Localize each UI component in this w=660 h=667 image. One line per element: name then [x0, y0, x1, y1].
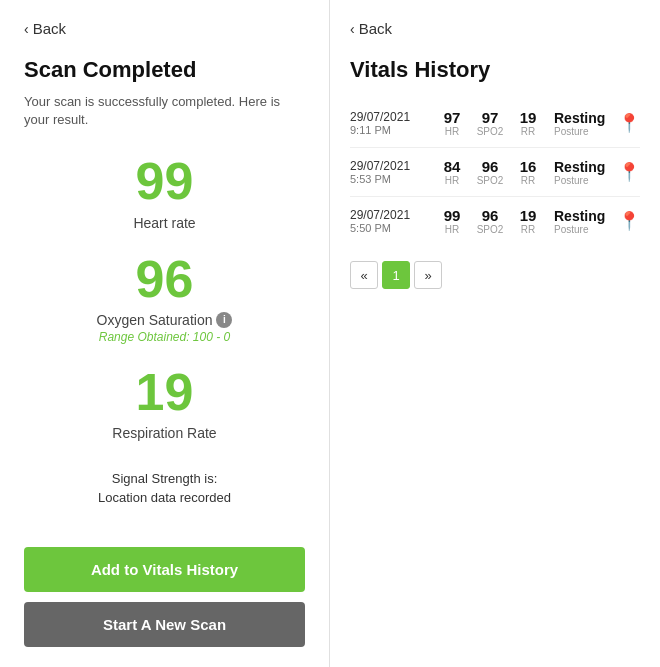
posture-col: Resting Posture [554, 159, 612, 186]
respiration-label: Respiration Rate [24, 425, 305, 441]
left-back-chevron: ‹ [24, 21, 29, 37]
spo2-col: 96 SPO2 [474, 207, 506, 235]
scan-subtitle: Your scan is successfully completed. Her… [24, 93, 305, 129]
spo2-col: 97 SPO2 [474, 109, 506, 137]
start-new-scan-button[interactable]: Start A New Scan [24, 602, 305, 647]
location-label: Location data recorded [24, 490, 305, 505]
history-row: 29/07/2021 9:11 PM 97 HR 97 SPO2 19 RR R… [350, 99, 640, 148]
posture-col: Resting Posture [554, 110, 612, 137]
rr-col: 16 RR [512, 158, 544, 186]
location-icon[interactable]: 📍 [618, 112, 640, 134]
posture-col: Resting Posture [554, 208, 612, 235]
right-back-link[interactable]: ‹ Back [350, 20, 640, 37]
spo2-label: SPO2 [477, 175, 504, 186]
location-icon[interactable]: 📍 [618, 161, 640, 183]
date-text: 29/07/2021 [350, 110, 430, 124]
vitals-history-title: Vitals History [350, 57, 640, 83]
scan-title: Scan Completed [24, 57, 305, 83]
oxygen-label: Oxygen Saturation i [24, 312, 305, 328]
right-back-label: Back [359, 20, 392, 37]
rr-label: RR [521, 126, 535, 137]
rr-col: 19 RR [512, 207, 544, 235]
spo2-col: 96 SPO2 [474, 158, 506, 186]
left-back-label: Back [33, 20, 66, 37]
hr-label: HR [445, 175, 459, 186]
hr-label: HR [445, 224, 459, 235]
rr-label: RR [521, 224, 535, 235]
time-text: 9:11 PM [350, 124, 430, 136]
rr-value: 16 [520, 158, 537, 175]
rr-value: 19 [520, 207, 537, 224]
pagination-next[interactable]: » [414, 261, 442, 289]
posture-value: Resting [554, 110, 605, 126]
right-panel: ‹ Back Vitals History 29/07/2021 9:11 PM… [330, 0, 660, 667]
oxygen-range-label: Range Obtained: 100 - 0 [24, 330, 305, 344]
hr-col: 84 HR [436, 158, 468, 186]
spo2-label: SPO2 [477, 224, 504, 235]
add-to-vitals-button[interactable]: Add to Vitals History [24, 547, 305, 592]
hr-col: 97 HR [436, 109, 468, 137]
hr-value: 84 [444, 158, 461, 175]
hr-value: 99 [444, 207, 461, 224]
date-col: 29/07/2021 5:53 PM [350, 159, 430, 185]
posture-label: Posture [554, 224, 588, 235]
oxygen-info-icon[interactable]: i [216, 312, 232, 328]
respiration-value: 19 [24, 364, 305, 421]
date-text: 29/07/2021 [350, 159, 430, 173]
time-text: 5:50 PM [350, 222, 430, 234]
heart-rate-value: 99 [24, 153, 305, 210]
history-row: 29/07/2021 5:50 PM 99 HR 96 SPO2 19 RR R… [350, 197, 640, 245]
left-back-link[interactable]: ‹ Back [24, 20, 305, 37]
hr-value: 97 [444, 109, 461, 126]
signal-section: Signal Strength is: Location data record… [24, 471, 305, 525]
location-icon[interactable]: 📍 [618, 210, 640, 232]
posture-label: Posture [554, 175, 588, 186]
posture-label: Posture [554, 126, 588, 137]
pagination: « 1 » [350, 261, 640, 289]
date-text: 29/07/2021 [350, 208, 430, 222]
spo2-value: 96 [482, 158, 499, 175]
date-col: 29/07/2021 5:50 PM [350, 208, 430, 234]
heart-rate-label: Heart rate [24, 215, 305, 231]
history-row: 29/07/2021 5:53 PM 84 HR 96 SPO2 16 RR R… [350, 148, 640, 197]
right-back-chevron: ‹ [350, 21, 355, 37]
rr-label: RR [521, 175, 535, 186]
spo2-value: 96 [482, 207, 499, 224]
pagination-page1[interactable]: 1 [382, 261, 410, 289]
rr-value: 19 [520, 109, 537, 126]
spo2-label: SPO2 [477, 126, 504, 137]
rr-col: 19 RR [512, 109, 544, 137]
hr-label: HR [445, 126, 459, 137]
posture-value: Resting [554, 208, 605, 224]
signal-label: Signal Strength is: [24, 471, 305, 486]
history-list: 29/07/2021 9:11 PM 97 HR 97 SPO2 19 RR R… [350, 99, 640, 245]
time-text: 5:53 PM [350, 173, 430, 185]
left-panel: ‹ Back Scan Completed Your scan is succe… [0, 0, 330, 667]
pagination-prev[interactable]: « [350, 261, 378, 289]
posture-value: Resting [554, 159, 605, 175]
oxygen-value: 96 [24, 251, 305, 308]
spo2-value: 97 [482, 109, 499, 126]
date-col: 29/07/2021 9:11 PM [350, 110, 430, 136]
hr-col: 99 HR [436, 207, 468, 235]
